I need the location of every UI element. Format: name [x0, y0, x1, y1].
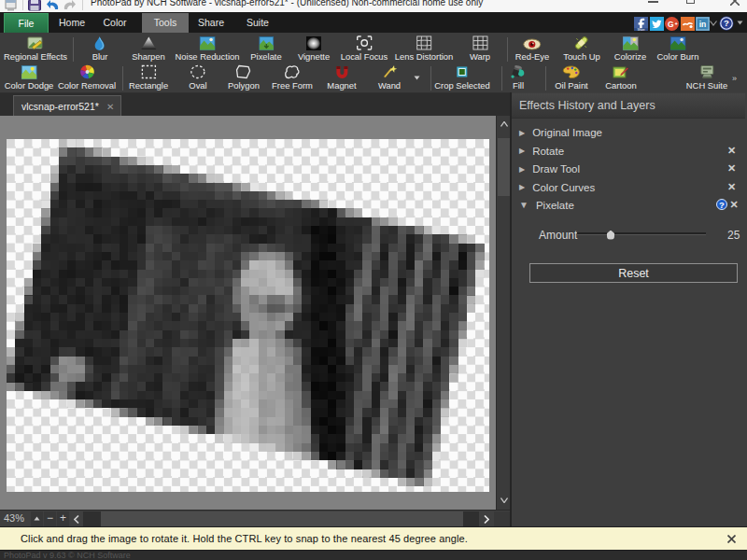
svg-text:Share: Share	[637, 27, 644, 30]
svg-text:?: ?	[724, 18, 729, 28]
svg-text:G: G	[668, 19, 674, 28]
svg-text:in: in	[699, 20, 707, 29]
